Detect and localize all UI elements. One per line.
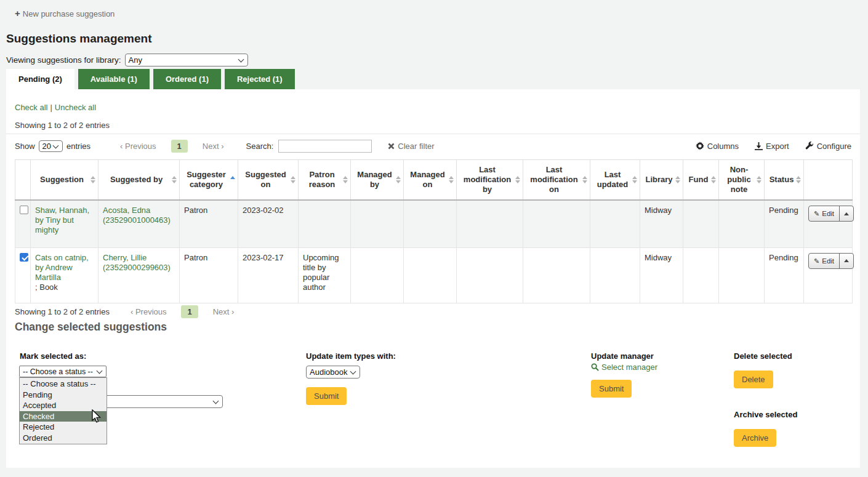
sort-icons [711,176,716,183]
last-modification-by-cell [457,247,523,303]
divider [6,134,860,134]
chevron-down-icon [53,142,59,148]
header-patron-reason[interactable]: Patron reason [299,160,351,201]
search-input[interactable] [278,140,372,153]
option-checked[interactable]: Checked [20,411,106,422]
header-library[interactable]: Library [640,160,683,201]
magnifier-icon [591,363,599,371]
patron-reason-cell: Upcoming title by popular author [299,247,351,303]
header-nonpublic-note[interactable]: Non-public note [719,160,765,201]
option-pending[interactable]: Pending [20,390,106,401]
page-title: Suggestions management [6,32,152,46]
chevron-left-icon: ‹ [131,307,133,316]
edit-button[interactable]: ✎Edit [809,254,840,268]
last-modification-on-cell [523,247,590,303]
sort-asc-icon [230,176,235,179]
clear-filter-button[interactable]: Clear filter [388,142,434,151]
submit-manager-button[interactable]: Submit [591,380,632,398]
tab-ordered[interactable]: Ordered (1) [153,69,221,89]
suggested-on-cell: 2023-02-02 [238,200,299,247]
page-number-button[interactable]: 1 [171,140,188,153]
new-purchase-suggestion-link[interactable]: +New purchase suggestion [15,8,115,18]
status-select-value: -- Choose a status -- [23,367,93,376]
edit-dropdown-toggle[interactable] [840,254,853,268]
header-last-updated[interactable]: Last updated [590,160,640,201]
select-manager-link[interactable]: Select manager [591,363,657,372]
last-updated-cell [590,247,640,303]
plus-icon: + [15,8,20,18]
pencil-icon: ✎ [814,209,819,218]
suggested-on-cell: 2023-02-17 [238,247,299,303]
configure-button[interactable]: Configure [805,142,851,151]
library-filter-select[interactable]: Any [125,54,248,66]
check-all-link[interactable]: Check all [15,103,47,112]
option-choose-status[interactable]: -- Choose a status -- [20,379,106,390]
delete-button[interactable]: Delete [734,371,773,388]
pending-tab-panel: Check all|Uncheck all Showing 1 to 2 of … [6,89,860,468]
chevron-down-icon [350,369,356,375]
last-updated-cell [590,200,640,247]
option-accepted[interactable]: Accepted [20,400,106,411]
item-type-value: Audiobook [310,367,347,377]
library-cell: Midway [640,247,683,303]
sort-icons [632,176,637,183]
page-size-select[interactable]: 20 [39,140,63,152]
wrench-icon [805,142,814,150]
header-managed-on[interactable]: Managed on [404,160,457,201]
managed-on-cell [404,247,457,303]
select-manager-label: Select manager [601,363,657,372]
entries-label: entries [66,142,90,151]
archive-button[interactable]: Archive [734,429,776,447]
item-type-select[interactable]: Audiobook [306,366,360,379]
submit-item-types-button[interactable]: Submit [306,387,347,405]
table-row: Shaw, Hannah, by Tiny but mighty Acosta,… [15,200,853,247]
status-select[interactable]: -- Choose a status -- [19,366,106,377]
header-suggester-category[interactable]: Suggester category [180,160,238,201]
row-checkbox[interactable] [20,206,28,214]
chevron-down-icon [213,398,219,404]
tab-pending[interactable]: Pending (2) [6,69,74,89]
sort-icons [796,176,801,183]
export-button[interactable]: Export [755,142,789,151]
row-checkbox-checked[interactable] [20,253,28,262]
edit-dropdown-toggle[interactable] [840,206,853,221]
fund-cell [683,247,719,303]
chevron-left-icon: ‹ [120,142,123,151]
patron-reason-cell [299,200,351,247]
previous-page-button[interactable]: ‹ Previous [131,307,167,316]
header-suggested-on[interactable]: Suggested on [238,160,299,201]
suggester-link[interactable]: Cherry, Lillie (23529000299603) [103,253,171,272]
next-page-button[interactable]: Next › [213,307,235,316]
last-modification-by-cell [457,200,523,247]
suggestion-title-link[interactable]: Shaw, Hannah, by Tiny but mighty [35,206,89,234]
suggestions-table: Suggestion Suggested by Suggester catego… [15,159,853,303]
edit-button[interactable]: ✎Edit [809,206,840,221]
columns-button[interactable]: Columns [696,142,739,151]
delete-selected-label: Delete selected [734,351,792,361]
previous-page-button[interactable]: ‹ Previous [120,142,156,151]
uncheck-all-link[interactable]: Uncheck all [55,103,96,112]
link-separator: | [50,103,52,112]
header-status[interactable]: Status [765,160,804,201]
library-filter-label: Viewing suggestions for library: [6,55,121,65]
tab-available[interactable]: Available (1) [78,69,150,89]
sort-icons [757,176,762,183]
tab-rejected[interactable]: Rejected (1) [225,69,295,89]
header-fund[interactable]: Fund [683,160,719,201]
nonpublic-note-cell [719,247,765,303]
next-label: Next [203,142,219,151]
header-last-modification-on[interactable]: Last modification on [523,160,590,201]
header-suggested-by[interactable]: Suggested by [98,160,180,201]
suggester-link[interactable]: Acosta, Edna (23529001000463) [103,206,171,225]
chevron-down-icon [238,57,244,63]
header-managed-by[interactable]: Managed by [351,160,404,201]
page-number-button[interactable]: 1 [181,305,198,318]
next-page-button[interactable]: Next › [203,142,224,151]
archive-selected-label: Archive selected [734,410,797,419]
header-last-modification-by[interactable]: Last modification by [457,160,523,201]
option-rejected[interactable]: Rejected [20,422,106,433]
status-tabs: Pending (2) Available (1) Ordered (1) Re… [6,69,295,89]
option-ordered[interactable]: Ordered [20,433,106,444]
suggestion-title-link[interactable]: Cats on catnip, by Andrew Martilla [35,253,89,282]
header-suggestion[interactable]: Suggestion [31,160,98,201]
